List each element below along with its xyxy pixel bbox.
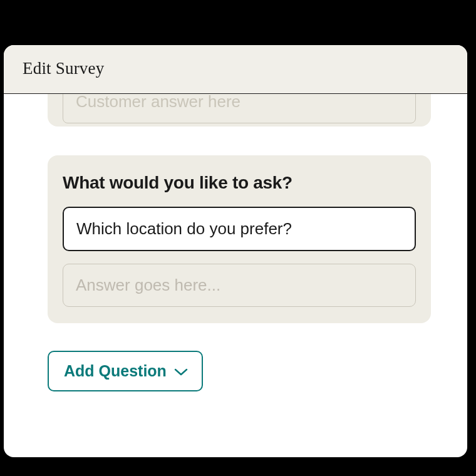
add-question-button[interactable]: Add Question xyxy=(48,351,203,391)
question-card: What would you like to ask? xyxy=(48,155,431,323)
edit-survey-window: Edit Survey Customer answer here What wo… xyxy=(4,45,467,457)
question-prompt-label: What would you like to ask? xyxy=(63,173,416,193)
chevron-down-icon xyxy=(174,362,188,380)
previous-answer-input[interactable]: Customer answer here xyxy=(63,94,416,123)
answer-text-input[interactable] xyxy=(63,264,416,307)
window-title: Edit Survey xyxy=(23,59,448,78)
previous-question-card-partial: Customer answer here xyxy=(48,94,431,127)
question-text-input[interactable] xyxy=(63,207,416,251)
add-question-label: Add Question xyxy=(64,362,167,380)
content-area: Customer answer here What would you like… xyxy=(4,94,467,391)
titlebar: Edit Survey xyxy=(4,45,467,94)
